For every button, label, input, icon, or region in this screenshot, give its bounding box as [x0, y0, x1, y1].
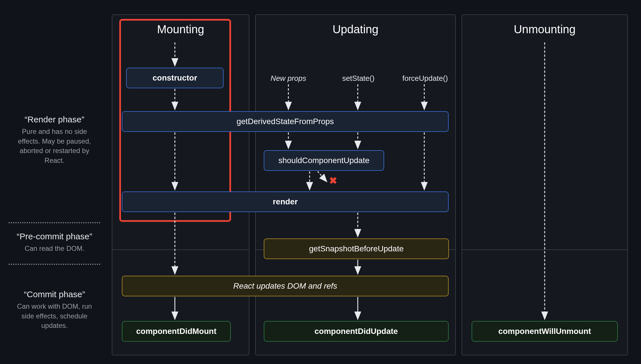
box-scu-label: shouldComponentUpdate [278, 156, 370, 165]
phase-commit-desc: Can work with DOM, run side effects, sch… [11, 302, 97, 330]
row-sep-un [462, 249, 627, 250]
box-cwu-label: componentWillUnmount [498, 327, 591, 336]
cancel-x-icon: ✖ [329, 175, 337, 186]
col-mounting: Mounting [112, 14, 249, 355]
divider-2 [9, 264, 100, 265]
phase-commit-title: “Commit phase” [11, 289, 97, 299]
box-scu[interactable]: shouldComponentUpdate [264, 150, 384, 171]
trigger-newprops: New props [265, 74, 311, 83]
box-cdm-label: componentDidMount [136, 327, 216, 336]
phase-render-title: “Render phase” [11, 115, 97, 124]
phase-commit: “Commit phase” Can work with DOM, run si… [11, 289, 97, 330]
box-constructor-label: constructor [153, 73, 197, 83]
box-cdu-label: componentDidUpdate [314, 327, 398, 336]
box-gdsfp[interactable]: getDerivedStateFromProps [122, 111, 449, 132]
box-reactupdates-label: React updates DOM and refs [233, 281, 337, 291]
trigger-forceupdate: forceUpdate() [401, 74, 450, 83]
box-reactupdates: React updates DOM and refs [122, 276, 449, 296]
trigger-setstate: setState() [335, 74, 381, 83]
box-gsbu-label: getSnapshotBeforeUpdate [309, 244, 404, 253]
lifecycle-diagram: “Render phase” Pure and has no side effe… [0, 0, 641, 364]
box-gsbu[interactable]: getSnapshotBeforeUpdate [264, 238, 449, 259]
box-gdsfp-label: getDerivedStateFromProps [237, 117, 334, 126]
col-mounting-header: Mounting [112, 15, 249, 36]
col-unmounting-header: Unmounting [462, 15, 627, 36]
col-unmounting: Unmounting [462, 14, 628, 355]
box-cdu[interactable]: componentDidUpdate [264, 321, 449, 342]
col-updating: Updating [255, 14, 456, 355]
box-constructor[interactable]: constructor [126, 68, 224, 88]
phase-render: “Render phase” Pure and has no side effe… [11, 115, 97, 165]
box-cdm[interactable]: componentDidMount [122, 321, 231, 342]
box-render-label: render [273, 197, 298, 206]
phase-precommit-desc: Can read the DOM. [11, 244, 97, 253]
divider-1 [9, 222, 100, 223]
phase-render-desc: Pure and has no side effects. May be pau… [11, 127, 97, 165]
col-updating-header: Updating [256, 15, 455, 36]
phase-precommit-title: “Pre-commit phase” [11, 232, 97, 241]
box-render[interactable]: render [122, 191, 449, 212]
box-cwu[interactable]: componentWillUnmount [472, 321, 618, 342]
row-sep-m [112, 249, 249, 250]
phase-precommit: “Pre-commit phase” Can read the DOM. [11, 232, 97, 253]
